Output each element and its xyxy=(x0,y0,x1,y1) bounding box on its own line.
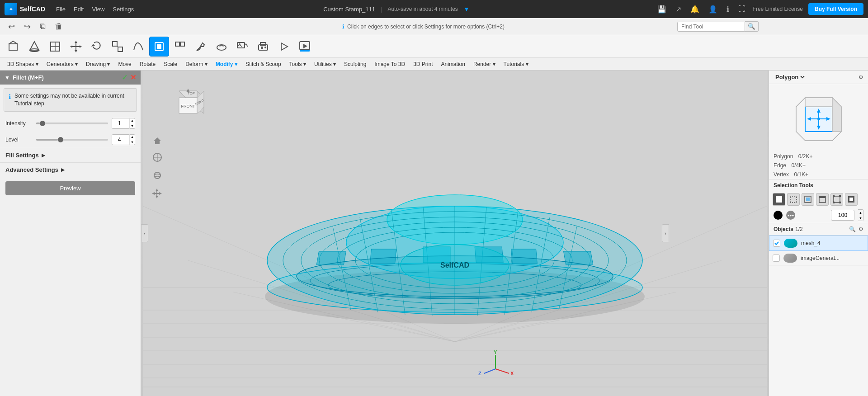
level-label: Level xyxy=(5,137,33,143)
sel-vertex-cube[interactable] xyxy=(830,193,843,206)
modify-tool[interactable] xyxy=(149,37,169,57)
mesh4-checkbox[interactable] xyxy=(773,240,780,247)
intensity-down[interactable]: ▼ xyxy=(130,123,135,129)
menu-tools[interactable]: Tools ▾ xyxy=(286,60,310,69)
bell-icon[interactable]: 🔔 xyxy=(689,3,701,15)
menu-rotate[interactable]: Rotate xyxy=(136,60,159,69)
save-icon[interactable]: 💾 xyxy=(656,3,668,15)
menu-utilities[interactable]: Utilities ▾ xyxy=(311,60,340,69)
sel-face-cube[interactable] xyxy=(802,193,814,206)
autosave-dropdown[interactable]: ▼ xyxy=(463,5,470,13)
3d-shapes-tool[interactable] xyxy=(4,37,24,57)
view-menu[interactable]: View xyxy=(88,4,108,14)
undo-button[interactable]: ↩ xyxy=(5,20,18,33)
objects-search-icon[interactable]: 🔍 xyxy=(849,226,856,232)
cone-tool[interactable] xyxy=(24,37,44,57)
drawing-tool[interactable] xyxy=(45,37,65,57)
render-tool[interactable] xyxy=(295,37,315,57)
polygon-stat: Polygon 0/2K+ xyxy=(769,152,868,161)
panel-collapse-right[interactable]: › xyxy=(662,224,669,242)
edit-menu[interactable]: Edit xyxy=(70,4,87,14)
menu-sculpting[interactable]: Sculpting xyxy=(340,60,370,69)
sel-solid-cube[interactable] xyxy=(773,193,785,206)
find-tool-input[interactable] xyxy=(677,22,745,32)
3d-viewport[interactable]: SelfCAD X Y Z xyxy=(141,71,769,396)
menu-3d-shapes[interactable]: 3D Shapes ▾ xyxy=(4,60,42,69)
level-down[interactable]: ▼ xyxy=(130,140,135,145)
svg-marker-31 xyxy=(303,44,307,48)
sel-dot-cube[interactable] xyxy=(787,193,800,206)
find-search-button[interactable]: 🔍 xyxy=(745,21,759,32)
intensity-value[interactable] xyxy=(112,120,127,127)
polygon-gear-icon[interactable]: ⚙ xyxy=(859,74,863,80)
autosave-text: Auto-save in about 4 minutes xyxy=(387,6,458,12)
material-icon[interactable]: ●●● xyxy=(786,211,795,220)
intensity-slider[interactable] xyxy=(36,123,108,124)
menu-drawing[interactable]: Drawing ▾ xyxy=(82,60,113,69)
opacity-input[interactable] xyxy=(831,210,854,221)
deform-tool[interactable] xyxy=(128,37,148,57)
fill-settings-header[interactable]: Fill Settings ▶ xyxy=(0,148,141,162)
file-menu[interactable]: File xyxy=(52,4,69,14)
menu-image-to-3d[interactable]: Image To 3D xyxy=(371,60,409,69)
menu-render[interactable]: Render ▾ xyxy=(470,60,499,69)
svg-marker-9 xyxy=(75,41,77,43)
sel-invert[interactable] xyxy=(845,193,858,206)
menu-deform[interactable]: Deform ▾ xyxy=(182,60,211,69)
advanced-settings-header[interactable]: Advanced Settings ▶ xyxy=(0,162,141,177)
image-to-3d-tool[interactable] xyxy=(232,37,252,57)
app-logo: ✦ SelfCAD xyxy=(5,3,45,15)
level-slider[interactable] xyxy=(36,139,108,141)
expand-icon[interactable]: ⛶ xyxy=(736,3,747,15)
menu-tutorials[interactable]: Tutorials ▾ xyxy=(500,60,532,69)
edge-count: 0/4K+ xyxy=(791,162,806,169)
level-input[interactable]: ▲ ▼ xyxy=(112,134,135,145)
menu-move[interactable]: Move xyxy=(114,60,135,69)
preview-button[interactable]: Preview xyxy=(5,181,135,195)
info-icon[interactable]: ℹ xyxy=(725,3,731,15)
find-tool-container: 🔍 xyxy=(677,21,759,32)
intensity-up[interactable]: ▲ xyxy=(130,118,135,123)
3d-print-tool[interactable] xyxy=(253,37,273,57)
panel-dropdown-arrow[interactable]: ▼ xyxy=(5,75,10,81)
move-tool[interactable] xyxy=(66,37,86,57)
settings-menu[interactable]: Settings xyxy=(109,4,137,14)
opacity-down[interactable]: ▼ xyxy=(858,215,863,221)
sculpting-tool[interactable] xyxy=(212,37,231,57)
scale-tool[interactable] xyxy=(108,37,127,57)
user-icon[interactable]: 👤 xyxy=(707,3,719,15)
menu-scale[interactable]: Scale xyxy=(160,60,181,69)
menu-stitch[interactable]: Stitch & Scoop xyxy=(242,60,285,69)
polygon-select[interactable]: Polygon xyxy=(774,73,806,81)
tools-tool[interactable] xyxy=(191,37,211,57)
copy-button[interactable]: ⧉ xyxy=(37,20,48,33)
object-row-imagegenerat[interactable]: imageGenerat... xyxy=(769,251,868,266)
redo-button[interactable]: ↪ xyxy=(21,20,33,33)
animation-tool[interactable] xyxy=(274,37,294,57)
share-icon[interactable]: ↗ xyxy=(674,3,683,15)
object-row-mesh4[interactable]: mesh_4 xyxy=(769,236,868,251)
menu-animation[interactable]: Animation xyxy=(438,60,469,69)
stitch-tool[interactable] xyxy=(170,37,190,57)
menu-3d-print[interactable]: 3D Print xyxy=(410,60,436,69)
intensity-thumb[interactable] xyxy=(40,121,45,126)
opacity-up[interactable]: ▲ xyxy=(858,210,863,215)
imagegenerat-checkbox[interactable] xyxy=(773,255,780,262)
panel-close-button[interactable]: ✕ xyxy=(130,73,136,82)
level-up[interactable]: ▲ xyxy=(130,134,135,140)
level-value[interactable] xyxy=(112,137,127,143)
level-thumb[interactable] xyxy=(58,137,63,142)
delete-button[interactable]: 🗑 xyxy=(52,20,66,33)
intensity-input[interactable]: ▲ ▼ xyxy=(112,118,135,129)
warning-icon: ℹ xyxy=(9,93,11,108)
buy-full-version-button[interactable]: Buy Full Version xyxy=(808,3,863,15)
panel-collapse-left[interactable]: ‹ xyxy=(141,224,148,242)
color-swatch[interactable] xyxy=(774,211,783,220)
sel-edge-cube[interactable] xyxy=(816,193,829,206)
vertex-count: 0/1K+ xyxy=(794,171,808,178)
menu-generators[interactable]: Generators ▾ xyxy=(43,60,81,69)
rotate-tool[interactable] xyxy=(87,37,107,57)
panel-confirm-button[interactable]: ✓ xyxy=(122,73,127,82)
objects-gear-icon[interactable]: ⚙ xyxy=(859,226,863,232)
menu-modify[interactable]: Modify ▾ xyxy=(212,60,241,69)
